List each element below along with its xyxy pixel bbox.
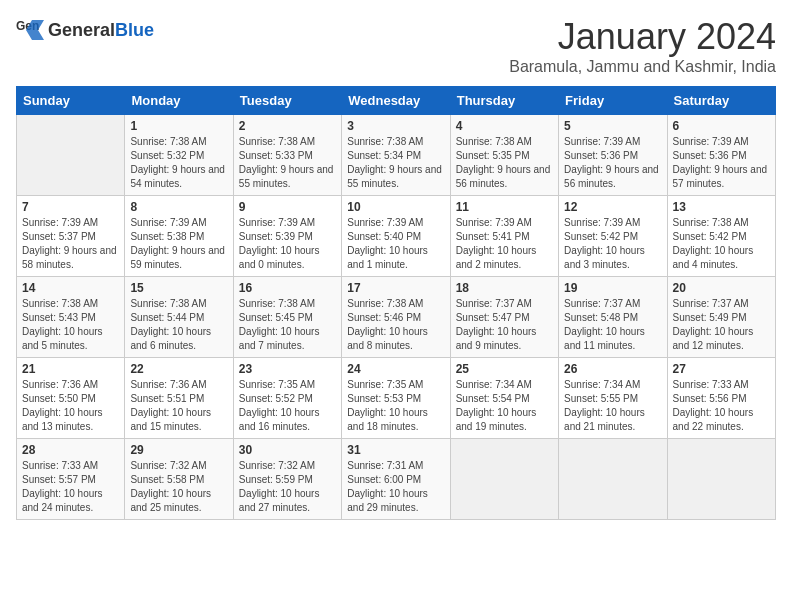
day-number: 16: [239, 281, 336, 295]
week-row-2: 7Sunrise: 7:39 AMSunset: 5:37 PMDaylight…: [17, 196, 776, 277]
calendar-cell: 31Sunrise: 7:31 AMSunset: 6:00 PMDayligh…: [342, 439, 450, 520]
day-number: 24: [347, 362, 444, 376]
week-row-1: 1Sunrise: 7:38 AMSunset: 5:32 PMDaylight…: [17, 115, 776, 196]
calendar-cell: 28Sunrise: 7:33 AMSunset: 5:57 PMDayligh…: [17, 439, 125, 520]
day-info: Sunrise: 7:38 AMSunset: 5:42 PMDaylight:…: [673, 216, 770, 272]
calendar-table: SundayMondayTuesdayWednesdayThursdayFrid…: [16, 86, 776, 520]
day-info: Sunrise: 7:38 AMSunset: 5:44 PMDaylight:…: [130, 297, 227, 353]
day-number: 8: [130, 200, 227, 214]
day-info: Sunrise: 7:38 AMSunset: 5:34 PMDaylight:…: [347, 135, 444, 191]
day-info: Sunrise: 7:32 AMSunset: 5:58 PMDaylight:…: [130, 459, 227, 515]
header-cell-sunday: Sunday: [17, 87, 125, 115]
calendar-cell: 30Sunrise: 7:32 AMSunset: 5:59 PMDayligh…: [233, 439, 341, 520]
calendar-cell: 24Sunrise: 7:35 AMSunset: 5:53 PMDayligh…: [342, 358, 450, 439]
week-row-3: 14Sunrise: 7:38 AMSunset: 5:43 PMDayligh…: [17, 277, 776, 358]
calendar-cell: 13Sunrise: 7:38 AMSunset: 5:42 PMDayligh…: [667, 196, 775, 277]
day-number: 29: [130, 443, 227, 457]
week-row-5: 28Sunrise: 7:33 AMSunset: 5:57 PMDayligh…: [17, 439, 776, 520]
header-cell-wednesday: Wednesday: [342, 87, 450, 115]
logo-icon: Gen: [16, 16, 44, 44]
header-cell-friday: Friday: [559, 87, 667, 115]
day-number: 27: [673, 362, 770, 376]
logo-blue-text: Blue: [115, 20, 154, 40]
calendar-cell: 18Sunrise: 7:37 AMSunset: 5:47 PMDayligh…: [450, 277, 558, 358]
calendar-cell: 20Sunrise: 7:37 AMSunset: 5:49 PMDayligh…: [667, 277, 775, 358]
header-row: SundayMondayTuesdayWednesdayThursdayFrid…: [17, 87, 776, 115]
day-number: 2: [239, 119, 336, 133]
day-number: 23: [239, 362, 336, 376]
day-info: Sunrise: 7:36 AMSunset: 5:50 PMDaylight:…: [22, 378, 119, 434]
day-number: 9: [239, 200, 336, 214]
day-info: Sunrise: 7:38 AMSunset: 5:32 PMDaylight:…: [130, 135, 227, 191]
day-info: Sunrise: 7:39 AMSunset: 5:40 PMDaylight:…: [347, 216, 444, 272]
day-info: Sunrise: 7:37 AMSunset: 5:48 PMDaylight:…: [564, 297, 661, 353]
day-info: Sunrise: 7:33 AMSunset: 5:56 PMDaylight:…: [673, 378, 770, 434]
calendar-cell: 4Sunrise: 7:38 AMSunset: 5:35 PMDaylight…: [450, 115, 558, 196]
day-number: 30: [239, 443, 336, 457]
calendar-cell: [559, 439, 667, 520]
day-info: Sunrise: 7:32 AMSunset: 5:59 PMDaylight:…: [239, 459, 336, 515]
calendar-cell: 25Sunrise: 7:34 AMSunset: 5:54 PMDayligh…: [450, 358, 558, 439]
header-cell-saturday: Saturday: [667, 87, 775, 115]
calendar-cell: [667, 439, 775, 520]
day-info: Sunrise: 7:39 AMSunset: 5:38 PMDaylight:…: [130, 216, 227, 272]
calendar-cell: 12Sunrise: 7:39 AMSunset: 5:42 PMDayligh…: [559, 196, 667, 277]
day-info: Sunrise: 7:39 AMSunset: 5:41 PMDaylight:…: [456, 216, 553, 272]
day-number: 26: [564, 362, 661, 376]
calendar-cell: 9Sunrise: 7:39 AMSunset: 5:39 PMDaylight…: [233, 196, 341, 277]
day-info: Sunrise: 7:38 AMSunset: 5:35 PMDaylight:…: [456, 135, 553, 191]
day-info: Sunrise: 7:38 AMSunset: 5:45 PMDaylight:…: [239, 297, 336, 353]
day-info: Sunrise: 7:33 AMSunset: 5:57 PMDaylight:…: [22, 459, 119, 515]
calendar-cell: 16Sunrise: 7:38 AMSunset: 5:45 PMDayligh…: [233, 277, 341, 358]
calendar-cell: [17, 115, 125, 196]
calendar-cell: 22Sunrise: 7:36 AMSunset: 5:51 PMDayligh…: [125, 358, 233, 439]
day-info: Sunrise: 7:34 AMSunset: 5:54 PMDaylight:…: [456, 378, 553, 434]
calendar-cell: 23Sunrise: 7:35 AMSunset: 5:52 PMDayligh…: [233, 358, 341, 439]
day-info: Sunrise: 7:38 AMSunset: 5:46 PMDaylight:…: [347, 297, 444, 353]
day-number: 12: [564, 200, 661, 214]
day-number: 3: [347, 119, 444, 133]
day-info: Sunrise: 7:38 AMSunset: 5:43 PMDaylight:…: [22, 297, 119, 353]
calendar-cell: 26Sunrise: 7:34 AMSunset: 5:55 PMDayligh…: [559, 358, 667, 439]
page-header: Gen GeneralBlue January 2024 Baramula, J…: [16, 16, 776, 76]
calendar-cell: 5Sunrise: 7:39 AMSunset: 5:36 PMDaylight…: [559, 115, 667, 196]
day-number: 19: [564, 281, 661, 295]
day-number: 17: [347, 281, 444, 295]
header-cell-monday: Monday: [125, 87, 233, 115]
day-number: 31: [347, 443, 444, 457]
calendar-cell: 8Sunrise: 7:39 AMSunset: 5:38 PMDaylight…: [125, 196, 233, 277]
day-number: 11: [456, 200, 553, 214]
day-number: 14: [22, 281, 119, 295]
day-info: Sunrise: 7:35 AMSunset: 5:52 PMDaylight:…: [239, 378, 336, 434]
calendar-cell: 14Sunrise: 7:38 AMSunset: 5:43 PMDayligh…: [17, 277, 125, 358]
calendar-cell: 15Sunrise: 7:38 AMSunset: 5:44 PMDayligh…: [125, 277, 233, 358]
day-info: Sunrise: 7:38 AMSunset: 5:33 PMDaylight:…: [239, 135, 336, 191]
day-number: 5: [564, 119, 661, 133]
day-info: Sunrise: 7:39 AMSunset: 5:42 PMDaylight:…: [564, 216, 661, 272]
day-info: Sunrise: 7:39 AMSunset: 5:36 PMDaylight:…: [564, 135, 661, 191]
logo-general-text: General: [48, 20, 115, 40]
day-info: Sunrise: 7:39 AMSunset: 5:39 PMDaylight:…: [239, 216, 336, 272]
calendar-cell: 11Sunrise: 7:39 AMSunset: 5:41 PMDayligh…: [450, 196, 558, 277]
day-info: Sunrise: 7:36 AMSunset: 5:51 PMDaylight:…: [130, 378, 227, 434]
day-number: 22: [130, 362, 227, 376]
day-number: 10: [347, 200, 444, 214]
day-number: 4: [456, 119, 553, 133]
day-number: 25: [456, 362, 553, 376]
calendar-cell: 1Sunrise: 7:38 AMSunset: 5:32 PMDaylight…: [125, 115, 233, 196]
day-info: Sunrise: 7:37 AMSunset: 5:47 PMDaylight:…: [456, 297, 553, 353]
day-number: 1: [130, 119, 227, 133]
day-number: 28: [22, 443, 119, 457]
location-title: Baramula, Jammu and Kashmir, India: [509, 58, 776, 76]
day-number: 15: [130, 281, 227, 295]
calendar-cell: 3Sunrise: 7:38 AMSunset: 5:34 PMDaylight…: [342, 115, 450, 196]
day-number: 6: [673, 119, 770, 133]
title-area: January 2024 Baramula, Jammu and Kashmir…: [509, 16, 776, 76]
calendar-cell: 29Sunrise: 7:32 AMSunset: 5:58 PMDayligh…: [125, 439, 233, 520]
day-number: 18: [456, 281, 553, 295]
day-info: Sunrise: 7:39 AMSunset: 5:36 PMDaylight:…: [673, 135, 770, 191]
day-info: Sunrise: 7:31 AMSunset: 6:00 PMDaylight:…: [347, 459, 444, 515]
calendar-cell: 2Sunrise: 7:38 AMSunset: 5:33 PMDaylight…: [233, 115, 341, 196]
week-row-4: 21Sunrise: 7:36 AMSunset: 5:50 PMDayligh…: [17, 358, 776, 439]
calendar-cell: 19Sunrise: 7:37 AMSunset: 5:48 PMDayligh…: [559, 277, 667, 358]
